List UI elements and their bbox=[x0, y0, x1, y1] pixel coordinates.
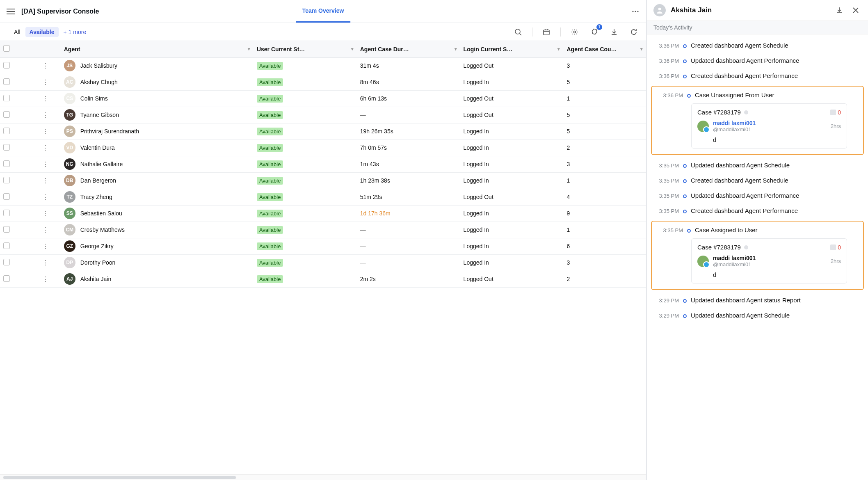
menu-icon[interactable] bbox=[5, 6, 16, 17]
refresh-icon[interactable] bbox=[628, 26, 640, 38]
col-duration[interactable]: Agent Case Dur…▾ bbox=[357, 41, 460, 57]
row-checkbox[interactable] bbox=[3, 95, 10, 101]
agent-name: Sebastien Salou bbox=[80, 210, 122, 217]
case-card[interactable]: Case #7283179 0maddi laxmi001@maddilaxmi… bbox=[691, 103, 847, 149]
case-title: Case #7283179 bbox=[697, 109, 748, 116]
row-menu-icon[interactable]: ⋮ bbox=[30, 254, 61, 271]
row-checkbox[interactable] bbox=[3, 144, 10, 151]
activity-list[interactable]: 3:36 PMCreated dashboard Agent Schedule3… bbox=[647, 34, 868, 480]
row-menu-icon[interactable]: ⋮ bbox=[30, 156, 61, 172]
row-menu-icon[interactable]: ⋮ bbox=[30, 238, 61, 254]
case-duration: — bbox=[360, 226, 366, 233]
row-checkbox[interactable] bbox=[3, 210, 10, 216]
table-row[interactable]: ⋮AJAkshita JainAvailable2m 2sLogged Out2 bbox=[0, 271, 646, 287]
select-all-header[interactable] bbox=[0, 41, 30, 57]
row-checkbox[interactable] bbox=[3, 226, 10, 233]
activity-item: 3:35 PMCase Assigned to User bbox=[655, 225, 860, 235]
case-count: 1 bbox=[563, 172, 646, 189]
case-card[interactable]: Case #7283179 0maddi laxmi001@maddilaxmi… bbox=[691, 238, 847, 283]
row-menu-icon[interactable]: ⋮ bbox=[30, 107, 61, 123]
status-badge: Available bbox=[257, 78, 283, 86]
row-checkbox[interactable] bbox=[3, 62, 10, 69]
activity-time: 3:35 PM bbox=[653, 207, 679, 214]
horizontal-scrollbar[interactable] bbox=[0, 474, 646, 480]
table-row[interactable]: ⋮CSColin SimsAvailable6h 6m 13sLogged Ou… bbox=[0, 90, 646, 107]
table-row[interactable]: ⋮VDValentin DuraAvailable7h 0m 57sLogged… bbox=[0, 139, 646, 156]
table-row[interactable]: ⋮NGNathalie GallaireAvailable1m 43sLogge… bbox=[0, 156, 646, 172]
case-duration: 8m 46s bbox=[360, 79, 379, 85]
row-checkbox[interactable] bbox=[3, 193, 10, 200]
timeline-dot-icon bbox=[683, 210, 687, 213]
table-row[interactable]: ⋮TZTracy ZhengAvailable51m 29sLogged Out… bbox=[0, 189, 646, 205]
row-menu-icon[interactable]: ⋮ bbox=[30, 271, 61, 287]
status-badge: Available bbox=[257, 193, 283, 201]
col-status[interactable]: User Current St…▾ bbox=[254, 41, 357, 57]
table-row[interactable]: ⋮GZGeorge ZikryAvailable—Logged In6 bbox=[0, 238, 646, 254]
case-duration: 6h 6m 13s bbox=[360, 95, 387, 102]
row-menu-icon[interactable]: ⋮ bbox=[30, 139, 61, 156]
table-row[interactable]: ⋮DPDorothy PoonAvailable—Logged In3 bbox=[0, 254, 646, 271]
case-count: 3 bbox=[563, 254, 646, 271]
download-icon[interactable] bbox=[834, 5, 845, 16]
notification-icon[interactable]: 1 bbox=[589, 26, 600, 38]
agent-avatar: DB bbox=[64, 175, 75, 186]
filter-more-link[interactable]: + 1 more bbox=[64, 29, 87, 35]
table-row[interactable]: ⋮TGTyanne GibsonAvailable—Logged Out5 bbox=[0, 107, 646, 123]
select-all-checkbox[interactable] bbox=[3, 45, 10, 52]
row-checkbox[interactable] bbox=[3, 78, 10, 85]
row-checkbox[interactable] bbox=[3, 177, 10, 183]
case-count: 2 bbox=[563, 271, 646, 287]
close-icon[interactable] bbox=[850, 5, 861, 16]
row-checkbox[interactable] bbox=[3, 160, 10, 167]
gear-icon[interactable] bbox=[569, 26, 580, 38]
activity-time: 3:35 PM bbox=[653, 177, 679, 184]
calendar-icon[interactable] bbox=[541, 26, 552, 38]
row-checkbox[interactable] bbox=[3, 275, 10, 282]
table-row[interactable]: ⋮DBDan BergeronAvailable1h 23m 38sLogged… bbox=[0, 172, 646, 189]
agent-name: Tyanne Gibson bbox=[80, 112, 119, 118]
row-menu-icon[interactable]: ⋮ bbox=[30, 74, 61, 90]
case-user-handle: @maddilaxmi01 bbox=[713, 261, 756, 267]
row-checkbox[interactable] bbox=[3, 242, 10, 249]
search-icon[interactable] bbox=[512, 26, 524, 38]
table-row[interactable]: ⋮SSSebastien SalouAvailable1d 17h 36mLog… bbox=[0, 205, 646, 222]
row-menu-icon[interactable]: ⋮ bbox=[30, 189, 61, 205]
activity-highlight: 3:35 PMCase Assigned to UserCase #728317… bbox=[651, 221, 864, 290]
table-row[interactable]: ⋮CMCrosby MatthewsAvailable—Logged In1 bbox=[0, 222, 646, 238]
activity-text: Updated dashboard Agent Performance bbox=[691, 57, 799, 64]
filter-available-pill[interactable]: Available bbox=[25, 27, 59, 37]
table-row[interactable]: ⋮PSPrithviraj SurendranathAvailable19h 2… bbox=[0, 123, 646, 139]
tab-team-overview[interactable]: Team Overview bbox=[296, 0, 351, 23]
main-pane: [DA] Supervisor Console Team Overview Al… bbox=[0, 0, 646, 480]
row-checkbox[interactable] bbox=[3, 259, 10, 265]
filter-all[interactable]: All bbox=[14, 29, 21, 35]
login-status: Logged Out bbox=[460, 90, 564, 107]
row-menu-icon[interactable]: ⋮ bbox=[30, 123, 61, 139]
agent-name: Prithviraj Surendranath bbox=[80, 128, 139, 135]
row-menu-icon[interactable]: ⋮ bbox=[30, 90, 61, 107]
row-menu-icon[interactable]: ⋮ bbox=[30, 222, 61, 238]
case-user-name[interactable]: maddi laxmi001 bbox=[713, 255, 756, 261]
col-count[interactable]: Agent Case Cou…▾ bbox=[563, 41, 646, 57]
table-row[interactable]: ⋮ACAkshay ChughAvailable8m 46sLogged In5 bbox=[0, 74, 646, 90]
col-agent[interactable]: Agent▾ bbox=[61, 41, 254, 57]
row-menu-icon[interactable]: ⋮ bbox=[30, 172, 61, 189]
login-status: Logged In bbox=[460, 156, 564, 172]
agent-name: Valentin Dura bbox=[80, 144, 115, 151]
download-icon[interactable] bbox=[608, 26, 620, 38]
login-status: Logged In bbox=[460, 222, 564, 238]
status-badge: Available bbox=[257, 95, 283, 103]
rowmenu-header bbox=[30, 41, 61, 57]
more-icon[interactable] bbox=[630, 6, 641, 17]
row-menu-icon[interactable]: ⋮ bbox=[30, 57, 61, 74]
tabs: Team Overview bbox=[296, 0, 351, 23]
chevron-down-icon: ▾ bbox=[455, 46, 457, 52]
row-checkbox[interactable] bbox=[3, 111, 10, 118]
col-login[interactable]: Login Current S…▾ bbox=[460, 41, 564, 57]
row-checkbox[interactable] bbox=[3, 128, 10, 134]
row-menu-icon[interactable]: ⋮ bbox=[30, 205, 61, 222]
case-user-name[interactable]: maddi laxmi001 bbox=[713, 120, 756, 126]
table-row[interactable]: ⋮JSJack SalisburyAvailable31m 4sLogged O… bbox=[0, 57, 646, 74]
panel-title: Akshita Jain bbox=[671, 6, 712, 14]
activity-highlight: 3:36 PMCase Unassigned From UserCase #72… bbox=[651, 86, 864, 155]
